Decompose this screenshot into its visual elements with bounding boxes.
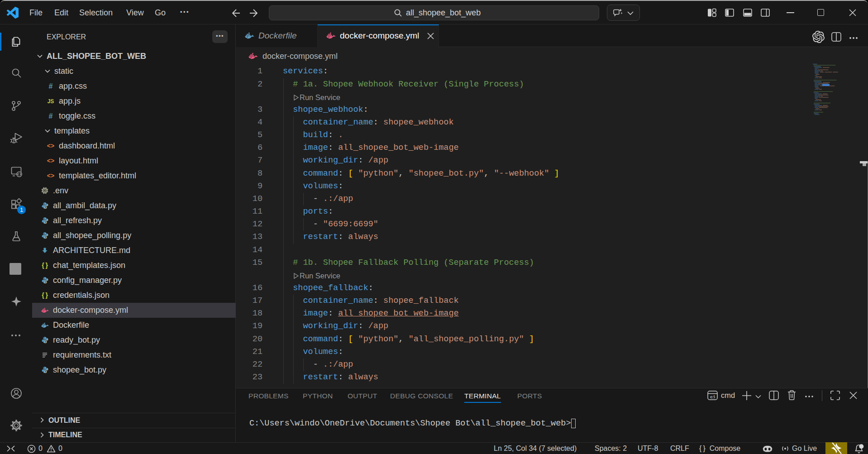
svg-text:{ }: { } (42, 262, 48, 269)
svg-text:c:\: c:\ (710, 395, 715, 399)
svg-text:{ }: { } (42, 292, 48, 299)
